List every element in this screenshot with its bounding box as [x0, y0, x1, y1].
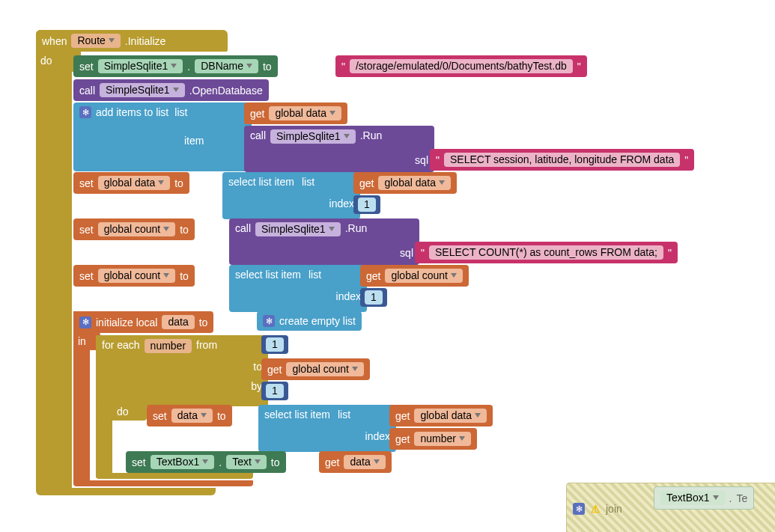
event-header[interactable]: when Route .Initialize [36, 30, 228, 52]
var-dropdown[interactable]: global data [414, 409, 487, 423]
chevron-down-icon [202, 459, 208, 464]
set-var-block[interactable]: set global count to [73, 218, 195, 240]
get-property-block-disabled[interactable]: TextBox1 . Te [654, 486, 754, 510]
get-var-block[interactable]: get global count [360, 265, 469, 287]
get-var-block[interactable]: get data [319, 451, 392, 473]
component-dropdown[interactable]: SimpleSqlite1 [98, 59, 183, 73]
warning-icon: ⚠ [589, 503, 601, 515]
string-value[interactable]: SELECT COUNT(*) as count_rows FROM data; [429, 245, 663, 260]
number-block[interactable]: 1 [360, 288, 387, 307]
gear-icon[interactable]: ✻ [263, 315, 275, 327]
chevron-down-icon [374, 459, 380, 464]
gear-icon[interactable]: ✻ [79, 317, 91, 328]
var-dropdown[interactable]: global data [378, 176, 451, 190]
number-value[interactable]: 1 [365, 290, 383, 305]
init-local-block[interactable]: ✻ initialize local data to [73, 311, 213, 333]
component-dropdown[interactable]: SimpleSqlite1 [255, 222, 341, 236]
gear-icon[interactable]: ✻ [573, 503, 585, 515]
number-block[interactable]: 1 [261, 335, 288, 354]
get-var-block[interactable]: get global data [353, 172, 457, 194]
component-dropdown[interactable]: SimpleSqlite1 [270, 129, 356, 144]
chevron-down-icon [329, 227, 335, 231]
chevron-down-icon [451, 273, 457, 278]
chevron-down-icon [163, 227, 169, 231]
chevron-down-icon [255, 459, 261, 464]
number-block[interactable]: 1 [261, 382, 288, 400]
var-dropdown[interactable]: data [344, 455, 385, 469]
number-block[interactable]: 1 [353, 195, 380, 214]
set-property-block[interactable]: set TextBox1 . Text to [126, 451, 286, 473]
call-run-block[interactable]: call SimpleSqlite1 .Run sql [244, 126, 434, 172]
get-var-block[interactable]: get number [389, 428, 477, 450]
chevron-down-icon [158, 180, 164, 185]
var-dropdown[interactable]: global count [286, 362, 364, 376]
chevron-down-icon [352, 367, 358, 371]
number-value[interactable]: 1 [266, 384, 284, 398]
string-value[interactable]: SELECT session, latitude, longitude FROM… [444, 153, 680, 167]
chevron-down-icon [475, 413, 481, 418]
select-list-item-block[interactable]: select list item list index [258, 405, 396, 452]
chevron-down-icon [173, 88, 179, 92]
number-value[interactable]: 1 [358, 198, 376, 212]
chevron-down-icon [344, 134, 350, 138]
loop-var-name[interactable]: number [145, 339, 192, 353]
property-dropdown[interactable]: Text [226, 455, 267, 469]
when-label: when [42, 35, 67, 47]
property-dropdown[interactable]: DBName [195, 59, 258, 73]
add-items-block[interactable]: ✻ add items to list list item [73, 103, 252, 171]
chevron-down-icon [329, 111, 335, 115]
chevron-down-icon [439, 180, 445, 185]
var-dropdown[interactable]: number [414, 432, 470, 446]
component-dropdown[interactable]: TextBox1 [151, 455, 215, 469]
component-dropdown[interactable]: TextBox1 [660, 491, 725, 505]
create-empty-list-block[interactable]: ✻ create empty list [257, 311, 362, 331]
text-string-block[interactable]: " SELECT session, latitude, longitude FR… [430, 149, 694, 171]
string-value[interactable]: /storage/emulated/0/Documents/bathyTest.… [350, 59, 573, 73]
do-label-inner: do [96, 403, 147, 421]
call-opendb-block[interactable]: call SimpleSqlite1 .OpenDatabase [73, 79, 269, 101]
var-dropdown[interactable]: global count [385, 269, 463, 283]
gear-icon[interactable]: ✻ [79, 106, 91, 118]
component-dropdown[interactable]: Route [71, 34, 120, 48]
block-tail [36, 488, 216, 495]
chevron-down-icon [171, 64, 177, 68]
call-run-block[interactable]: call SimpleSqlite1 .Run sql [229, 218, 419, 265]
local-var-name[interactable]: data [162, 315, 194, 329]
chevron-down-icon [459, 436, 465, 441]
var-dropdown[interactable]: global data [269, 106, 341, 120]
set-var-block[interactable]: set data to [147, 405, 232, 426]
number-value[interactable]: 1 [266, 337, 284, 352]
text-string-block[interactable]: " SELECT COUNT(*) as count_rows FROM dat… [415, 242, 678, 263]
var-dropdown[interactable]: global count [98, 269, 176, 283]
text-string-block[interactable]: " /storage/emulated/0/Documents/bathyTes… [335, 55, 587, 77]
var-dropdown[interactable]: global data [98, 176, 171, 190]
method-label: .Initialize [125, 35, 165, 47]
chevron-down-icon [163, 273, 169, 278]
set-dbname-block[interactable]: set SimpleSqlite1 . DBName to [73, 55, 278, 77]
for-each-block[interactable]: for each number from to by [96, 335, 268, 406]
select-list-item-block[interactable]: select list item list index [229, 265, 367, 312]
chevron-down-icon [201, 413, 207, 418]
component-dropdown[interactable]: SimpleSqlite1 [100, 83, 185, 97]
set-var-block[interactable]: set global count to [73, 265, 195, 287]
chevron-down-icon [109, 38, 115, 43]
set-var-block[interactable]: set global data to [73, 172, 189, 194]
get-var-block[interactable]: get global data [244, 103, 347, 124]
var-dropdown[interactable]: global count [98, 222, 176, 236]
get-var-block[interactable]: get global count [261, 358, 370, 380]
get-var-block[interactable]: get global data [389, 405, 493, 426]
chevron-down-icon [713, 495, 719, 500]
block-tail [73, 480, 253, 486]
var-dropdown[interactable]: data [171, 409, 213, 423]
select-list-item-block[interactable]: select list item list index [222, 172, 360, 219]
block-tail [96, 473, 253, 479]
chevron-down-icon [246, 64, 252, 68]
